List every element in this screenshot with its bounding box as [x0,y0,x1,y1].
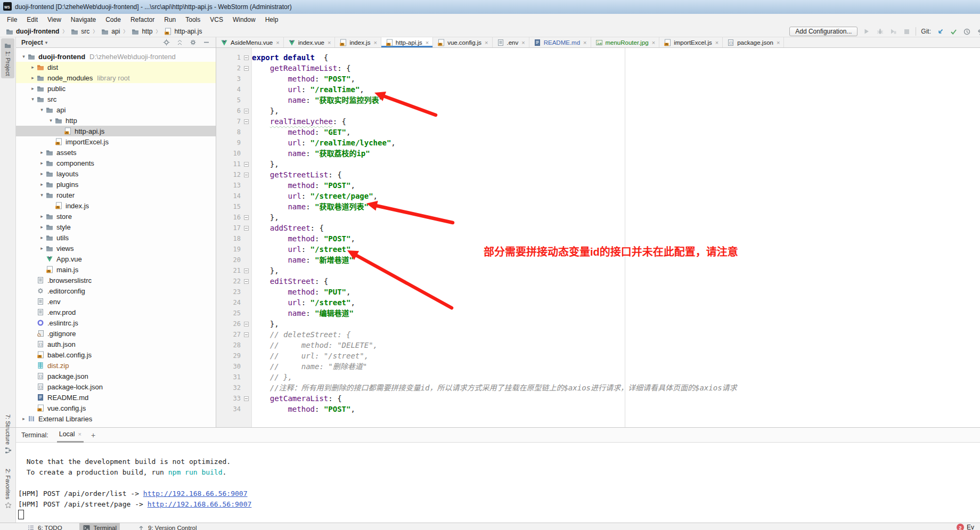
chevron-collapsed-icon[interactable]: ▸ [38,235,45,240]
chevron-expanded-icon[interactable]: ▾ [38,107,45,112]
chevron-expanded-icon[interactable]: ▾ [38,192,45,198]
chevron-collapsed-icon[interactable]: ▸ [38,214,45,219]
close-icon[interactable]: × [583,39,586,46]
close-icon[interactable]: × [78,431,81,437]
chevron-expanded-icon[interactable]: ▾ [29,96,36,102]
chevron-expanded-icon[interactable]: ▾ [47,118,54,123]
fold-marker-icon[interactable] [244,162,249,167]
hide-icon[interactable] [202,38,210,47]
menu-run[interactable]: Run [159,15,181,25]
tree-row-style[interactable]: ▸style [16,222,216,232]
breadcrumb-item-src[interactable]: src [69,27,91,36]
tree-row-utils[interactable]: ▸utils [16,232,216,243]
menu-edit[interactable]: Edit [22,15,43,25]
tree-row-env-prod[interactable]: .env.prod [16,307,216,317]
chevron-collapsed-icon[interactable]: ▸ [38,224,45,230]
breadcrumb-item-http[interactable]: http [130,27,153,36]
tab-menurouter-jpg[interactable]: menuRouter.jpg× [591,37,660,47]
terminal-tab-local[interactable]: Local × [57,428,84,443]
tab-env[interactable]: .env× [493,37,529,47]
tree-row-components[interactable]: ▸components [16,158,216,168]
menu-file[interactable]: File [2,15,22,25]
fold-marker-icon[interactable] [244,396,249,401]
tree-row-api[interactable]: ▾api [16,104,216,115]
stripe-button-7-structure[interactable]: 7: Structure [4,412,12,458]
fold-marker-icon[interactable] [244,226,249,231]
fold-marker-icon[interactable] [244,215,249,220]
debug-icon[interactable] [876,27,884,36]
statusbar-9-version-control[interactable]: 9: Version Control [134,523,200,530]
tree-row-vue-config-js[interactable]: JSvue.config.js [16,403,216,413]
event-log-widget[interactable]: 2 Ev [957,524,974,530]
settings-icon[interactable] [189,38,197,47]
statusbar-6-todo[interactable]: 6: TODO [23,523,66,530]
close-icon[interactable]: × [652,39,655,46]
tab-importexcel-js[interactable]: JSimportExcel.js× [659,37,723,47]
chevron-collapsed-icon[interactable]: ▸ [38,182,45,187]
chevron-collapsed-icon[interactable]: ▸ [29,64,36,70]
chevron-collapsed-icon[interactable]: ▸ [29,75,36,80]
rollback-icon[interactable] [976,27,980,36]
coverage-icon[interactable] [889,27,897,36]
close-icon[interactable]: × [485,39,488,46]
tree-row-importexcel-js[interactable]: JSimportExcel.js [16,136,216,147]
tree-row-browserslistrc[interactable]: .browserslistrc [16,275,216,286]
tree-row-package-lock-json[interactable]: {}package-lock.json [16,381,216,392]
close-icon[interactable]: × [328,39,331,46]
breadcrumb-item-http-api-js[interactable]: JShttp-api.js [162,27,203,36]
fold-marker-icon[interactable] [244,119,249,124]
commit-icon[interactable] [949,27,958,36]
statusbar-terminal[interactable]: Terminal [79,523,120,530]
tab-vue-config-js[interactable]: JSvue.config.js× [433,37,492,47]
history-icon[interactable] [962,27,971,36]
breadcrumb-item-api[interactable]: api [100,27,121,36]
tree-row-env[interactable]: .env [16,296,216,307]
tree-row-public[interactable]: ▸public [16,83,216,94]
terminal-link[interactable]: http://192.168.66.56:9007 [148,500,252,508]
update-icon[interactable] [936,27,944,36]
tree-row-dist[interactable]: ▸dist [16,62,216,72]
tree-row-auth-json[interactable]: {}auth.json [16,339,216,349]
tree-row-package-json[interactable]: {}package.json [16,371,216,381]
tree-row-gitignore[interactable]: .gitignore [16,328,216,339]
menu-tools[interactable]: Tools [181,15,205,25]
tree-row-http[interactable]: ▾http [16,115,216,126]
tree-row-dist-zip[interactable]: dist.zip [16,360,216,371]
close-icon[interactable]: × [276,39,279,46]
tree-row-editorconfig[interactable]: .editorconfig [16,286,216,296]
fold-marker-icon[interactable] [244,109,249,113]
chevron-collapsed-icon[interactable]: ▸ [29,86,36,91]
stop-icon[interactable] [902,27,911,36]
fold-marker-icon[interactable] [244,268,249,273]
menu-help[interactable]: Help [260,15,283,25]
fold-marker-icon[interactable] [244,66,249,71]
menu-navigate[interactable]: Navigate [66,15,101,25]
fold-marker-icon[interactable] [244,332,249,337]
tree-row-index-js[interactable]: JSindex.js [16,200,216,211]
tab-http-api-js[interactable]: JShttp-api.js× [381,37,433,47]
tree-row-http-api-js[interactable]: JShttp-api.js [16,126,216,136]
terminal-link[interactable]: http://192.168.66.56:9007 [143,490,248,498]
collapse-all-icon[interactable] [175,38,184,47]
new-terminal-button[interactable]: + [91,431,95,439]
fold-marker-icon[interactable] [244,173,249,177]
tab-package-json[interactable]: {}package.json× [723,37,784,47]
tree-row-readme-md[interactable]: README.md [16,392,216,403]
terminal-output[interactable]: Note that the development build is not o… [16,443,980,523]
menu-window[interactable]: Window [228,15,260,25]
tree-row-src[interactable]: ▾src [16,94,216,104]
tree-row-plugins[interactable]: ▸plugins [16,179,216,190]
fold-marker-icon[interactable] [244,55,249,60]
breadcrumb-item-duoji-frontend[interactable]: duoji-frontend [4,27,60,36]
fold-marker-icon[interactable] [244,322,249,327]
tree-row-main-js[interactable]: JSmain.js [16,264,216,275]
project-panel-title[interactable]: Project [16,39,43,46]
menu-code[interactable]: Code [101,15,126,25]
tree-row-external-libraries[interactable]: ▸External Libraries [16,413,216,424]
tree-row-views[interactable]: ▸views [16,243,216,254]
menu-refactor[interactable]: Refactor [126,15,159,25]
chevron-expanded-icon[interactable]: ▾ [20,54,27,59]
tree-row-store[interactable]: ▸store [16,211,216,222]
locate-icon[interactable] [162,38,170,47]
chevron-collapsed-icon[interactable]: ▸ [38,150,45,155]
